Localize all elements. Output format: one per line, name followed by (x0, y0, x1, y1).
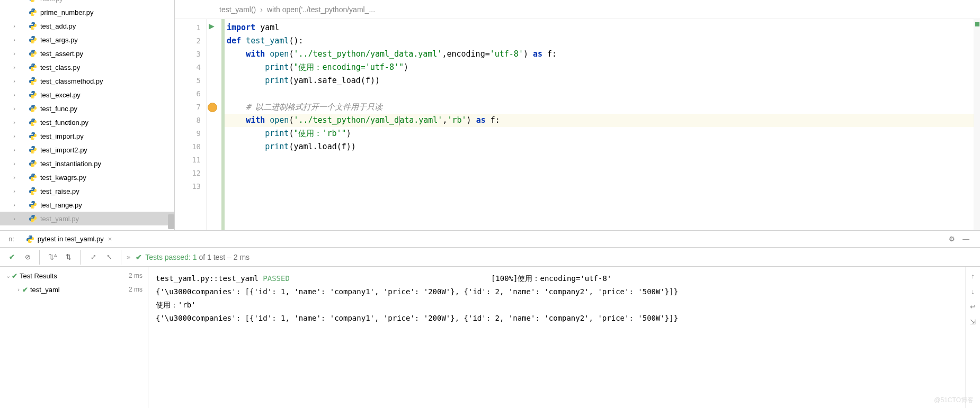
python-file-icon (29, 146, 37, 154)
intention-bulb-icon[interactable] (208, 103, 217, 112)
chevron-right-icon[interactable]: › (15, 286, 22, 293)
chevron-right-icon[interactable]: › (11, 23, 18, 29)
test-results-root[interactable]: ⌄ ✔ Test Results 2 ms (0, 269, 148, 283)
file-name-label: test_yaml.py (40, 215, 79, 223)
soft-wrap-icon[interactable]: ↩ (970, 303, 976, 311)
code-line[interactable]: def test_yaml(): (225, 34, 980, 48)
chevron-right-icon[interactable]: › (11, 119, 18, 125)
chevron-right-icon[interactable]: › (11, 92, 18, 98)
file-tree-item[interactable]: ›test_import2.py (0, 143, 174, 157)
run-tab[interactable]: pytest in test_yaml.py × (22, 233, 117, 246)
more-actions[interactable]: » (127, 253, 130, 261)
line-number[interactable]: 11 (175, 153, 206, 167)
svg-point-19 (33, 124, 34, 125)
file-tree-item[interactable]: num.py (0, 0, 174, 5)
collapse-all-button[interactable]: ⤡ (102, 250, 117, 265)
file-tree-item[interactable]: ›test_yaml.py (0, 212, 174, 225)
svg-point-10 (31, 64, 32, 65)
file-tree-item[interactable]: ›test_class.py (0, 60, 174, 74)
line-number[interactable]: 3 (175, 48, 206, 61)
chevron-down-icon[interactable]: ⌄ (4, 273, 12, 279)
line-number[interactable]: 2 (175, 34, 206, 48)
line-number[interactable]: 12 (175, 167, 206, 180)
line-number[interactable]: 9 (175, 127, 206, 140)
chevron-right-icon[interactable]: › (11, 78, 18, 84)
line-number[interactable]: 1 (175, 21, 206, 34)
editor-error-stripe[interactable] (974, 19, 980, 230)
chevron-right-icon[interactable]: › (11, 174, 18, 180)
line-number[interactable]: 4 (175, 61, 206, 74)
svg-point-26 (31, 174, 32, 175)
run-tab-label: pytest in test_yaml.py (38, 235, 104, 243)
minimize-icon[interactable]: — (963, 235, 969, 243)
run-test-gutter-icon[interactable]: ▶ (209, 22, 215, 30)
file-tree-item[interactable]: ›test_range.py (0, 198, 174, 212)
chevron-right-icon[interactable]: › (11, 133, 18, 139)
line-number[interactable]: 10 (175, 140, 206, 153)
code-line[interactable] (225, 87, 980, 101)
svg-point-31 (33, 207, 34, 207)
line-number[interactable]: 7 (175, 101, 206, 114)
code-line[interactable]: with open('../test_python/yaml_data.yaml… (225, 114, 980, 127)
file-tree-item[interactable]: ›test_function.py (0, 115, 174, 129)
project-tree[interactable]: num.pyprime_number.py›test_add.py›test_a… (0, 0, 175, 230)
code-line[interactable]: print("使用：'rb'") (225, 127, 980, 140)
breadcrumb[interactable]: test_yaml() › with open('../test_python/… (175, 0, 980, 19)
line-number[interactable]: 8 (175, 114, 206, 127)
show-ignored-button[interactable]: ⊘ (20, 250, 35, 265)
test-results-tree[interactable]: ⌄ ✔ Test Results 2 ms › ✔ test_yaml 2 ms (0, 267, 148, 408)
chevron-right-icon[interactable]: › (11, 147, 18, 153)
file-tree-item[interactable]: ›test_kwagrs.py (0, 170, 174, 184)
code-line[interactable]: # 以二进制格式打开一个文件用于只读 (225, 101, 980, 114)
code-line[interactable]: with open('../test_python/yaml_data.yaml… (225, 48, 980, 61)
file-tree-item[interactable]: ›test_instantiation.py (0, 157, 174, 170)
code-line[interactable] (225, 153, 980, 167)
chevron-right-icon[interactable]: › (11, 64, 18, 70)
chevron-right-icon[interactable]: › (11, 188, 18, 194)
chevron-right-icon[interactable]: › (11, 50, 18, 57)
chevron-right-icon[interactable]: › (11, 37, 18, 43)
console-output[interactable]: test_yaml.py::test_yaml PASSED[100%]使用：e… (148, 267, 965, 408)
chevron-right-icon[interactable]: › (11, 202, 18, 208)
chevron-right-icon[interactable]: › (11, 160, 18, 167)
code-line[interactable] (225, 180, 980, 193)
code-line[interactable] (225, 167, 980, 180)
code-area[interactable]: import yamldef test_yaml(): with open('.… (225, 19, 980, 230)
file-tree-item[interactable]: ›test_assert.py (0, 47, 174, 60)
svg-point-13 (33, 83, 34, 84)
sort-alpha-button[interactable]: ⇅ᴬ (45, 250, 60, 265)
file-tree-item[interactable]: ›test_classmethod.py (0, 74, 174, 88)
file-tree-item[interactable]: ›test_raise.py (0, 184, 174, 198)
file-tree-item[interactable]: ›test_args.py (0, 33, 174, 47)
expand-all-button[interactable]: ⤢ (86, 250, 101, 265)
svg-point-33 (33, 221, 34, 221)
svg-point-14 (31, 92, 32, 92)
sidebar-scrollbar[interactable] (168, 214, 174, 229)
test-result-item[interactable]: › ✔ test_yaml 2 ms (0, 283, 148, 296)
scroll-down-icon[interactable]: ↓ (971, 287, 975, 295)
line-number[interactable]: 13 (175, 180, 206, 193)
sort-duration-button[interactable]: ⇅ (61, 250, 76, 265)
code-line[interactable]: import yaml (225, 21, 980, 34)
show-passed-button[interactable]: ✔ (4, 250, 19, 265)
svg-point-35 (31, 241, 31, 242)
code-line[interactable]: print(yaml.load(f)) (225, 140, 980, 153)
code-line[interactable]: print(yaml.safe_load(f)) (225, 74, 980, 87)
breadcrumb-function[interactable]: test_yaml() (217, 5, 258, 14)
line-number-gutter[interactable]: 12345678910111213 (175, 19, 207, 230)
settings-icon[interactable]: ⚙ (949, 235, 955, 243)
file-tree-item[interactable]: ›test_add.py (0, 19, 174, 33)
chevron-right-icon[interactable]: › (11, 215, 18, 222)
line-number[interactable]: 6 (175, 87, 206, 101)
scroll-up-icon[interactable]: ↑ (971, 272, 975, 280)
code-line[interactable]: print("使用：encoding='utf-8'") (225, 61, 980, 74)
file-tree-item[interactable]: ›test_excel.py (0, 88, 174, 102)
breadcrumb-context[interactable]: with open('../test_python/yaml_... (265, 5, 377, 14)
close-tab-icon[interactable]: × (108, 235, 112, 243)
file-tree-item[interactable]: prime_number.py (0, 5, 174, 19)
scroll-to-end-icon[interactable]: ⇲ (970, 318, 976, 326)
file-tree-item[interactable]: ›test_import.py (0, 129, 174, 143)
file-tree-item[interactable]: ›test_func.py (0, 102, 174, 115)
line-number[interactable]: 5 (175, 74, 206, 87)
chevron-right-icon[interactable]: › (11, 105, 18, 112)
